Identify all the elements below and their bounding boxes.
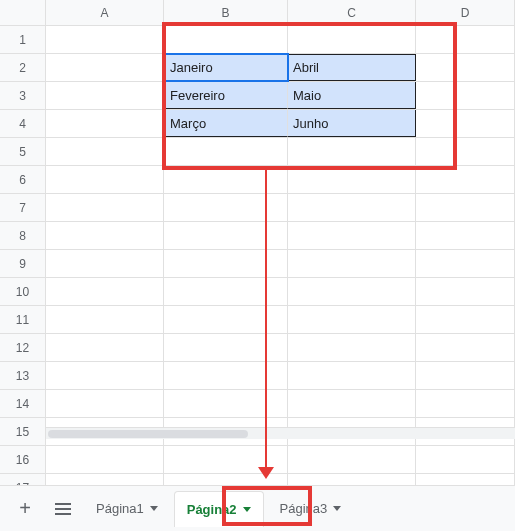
cell-D4[interactable]: [416, 110, 515, 137]
row-header-10[interactable]: 10: [0, 278, 46, 305]
row-header-6[interactable]: 6: [0, 166, 46, 193]
add-sheet-button[interactable]: +: [8, 492, 42, 526]
row-header-8[interactable]: 8: [0, 222, 46, 249]
annotation-arrow-line: [265, 170, 267, 470]
cell-B2[interactable]: Janeiro: [164, 54, 288, 81]
cell-A16[interactable]: [46, 446, 164, 473]
cell-A9[interactable]: [46, 250, 164, 277]
scrollbar-thumb[interactable]: [48, 430, 248, 438]
select-all-corner[interactable]: [0, 0, 46, 25]
cell-A1[interactable]: [46, 26, 164, 53]
cell-A4[interactable]: [46, 110, 164, 137]
cell-C11[interactable]: [288, 306, 416, 333]
col-header-B[interactable]: B: [164, 0, 288, 25]
cell-D14[interactable]: [416, 390, 515, 417]
sheet-tab-label: Página1: [96, 501, 144, 516]
horizontal-scrollbar[interactable]: [46, 427, 515, 439]
cell-D2[interactable]: [416, 54, 515, 81]
cell-C16[interactable]: [288, 446, 416, 473]
cell-B7[interactable]: [164, 194, 288, 221]
row-header-13[interactable]: 13: [0, 362, 46, 389]
cell-D8[interactable]: [416, 222, 515, 249]
cell-B1[interactable]: [164, 26, 288, 53]
chevron-down-icon: [243, 507, 251, 512]
cell-C10[interactable]: [288, 278, 416, 305]
sheet-tabbar: + Página1 Página2 Página3: [0, 485, 515, 531]
cell-A7[interactable]: [46, 194, 164, 221]
cell-C9[interactable]: [288, 250, 416, 277]
cell-B13[interactable]: [164, 362, 288, 389]
row-header-2[interactable]: 2: [0, 54, 46, 81]
cell-D6[interactable]: [416, 166, 515, 193]
cell-B5[interactable]: [164, 138, 288, 165]
cell-D11[interactable]: [416, 306, 515, 333]
cell-C13[interactable]: [288, 362, 416, 389]
cell-A13[interactable]: [46, 362, 164, 389]
cell-A8[interactable]: [46, 222, 164, 249]
cell-C7[interactable]: [288, 194, 416, 221]
cell-C4[interactable]: Junho: [288, 110, 416, 137]
cell-D9[interactable]: [416, 250, 515, 277]
cell-C12[interactable]: [288, 334, 416, 361]
column-headers: A B C D: [0, 0, 515, 26]
row-header-3[interactable]: 3: [0, 82, 46, 109]
cell-D3[interactable]: [416, 82, 515, 109]
cell-B4[interactable]: Março: [164, 110, 288, 137]
cell-D16[interactable]: [416, 446, 515, 473]
annotation-arrow-head: [258, 467, 274, 479]
row-header-9[interactable]: 9: [0, 250, 46, 277]
plus-icon: +: [19, 497, 31, 520]
menu-icon: [55, 503, 71, 515]
row-header-7[interactable]: 7: [0, 194, 46, 221]
cell-A14[interactable]: [46, 390, 164, 417]
cell-B6[interactable]: [164, 166, 288, 193]
cell-B12[interactable]: [164, 334, 288, 361]
row-header-14[interactable]: 14: [0, 390, 46, 417]
col-header-A[interactable]: A: [46, 0, 164, 25]
cell-D7[interactable]: [416, 194, 515, 221]
cell-D12[interactable]: [416, 334, 515, 361]
cell-C6[interactable]: [288, 166, 416, 193]
cell-B14[interactable]: [164, 390, 288, 417]
row-header-12[interactable]: 12: [0, 334, 46, 361]
cell-C2[interactable]: Abril: [288, 54, 416, 81]
row-header-15[interactable]: 15: [0, 418, 46, 445]
chevron-down-icon: [150, 506, 158, 511]
cell-C14[interactable]: [288, 390, 416, 417]
spreadsheet-grid[interactable]: A B C D 1 2 Janeiro Abril 3 Fevereiro Ma…: [0, 0, 515, 485]
row-header-1[interactable]: 1: [0, 26, 46, 53]
cell-A12[interactable]: [46, 334, 164, 361]
row-header-5[interactable]: 5: [0, 138, 46, 165]
sheet-tab-1[interactable]: Página1: [84, 491, 170, 527]
cell-B10[interactable]: [164, 278, 288, 305]
cell-B9[interactable]: [164, 250, 288, 277]
cell-A3[interactable]: [46, 82, 164, 109]
cell-A11[interactable]: [46, 306, 164, 333]
cell-C5[interactable]: [288, 138, 416, 165]
sheet-tab-3[interactable]: Página3: [268, 491, 354, 527]
row-header-11[interactable]: 11: [0, 306, 46, 333]
cell-B11[interactable]: [164, 306, 288, 333]
cell-B8[interactable]: [164, 222, 288, 249]
cell-D10[interactable]: [416, 278, 515, 305]
row-header-16[interactable]: 16: [0, 446, 46, 473]
cell-D5[interactable]: [416, 138, 515, 165]
sheet-tab-label: Página2: [187, 502, 237, 517]
cell-A5[interactable]: [46, 138, 164, 165]
cell-D1[interactable]: [416, 26, 515, 53]
row-header-4[interactable]: 4: [0, 110, 46, 137]
cell-A10[interactable]: [46, 278, 164, 305]
cell-B3[interactable]: Fevereiro: [164, 82, 288, 109]
sheet-tab-2[interactable]: Página2: [174, 491, 264, 527]
cell-C3[interactable]: Maio: [288, 82, 416, 109]
all-sheets-button[interactable]: [46, 492, 80, 526]
cell-A6[interactable]: [46, 166, 164, 193]
cell-C8[interactable]: [288, 222, 416, 249]
cell-D13[interactable]: [416, 362, 515, 389]
col-header-C[interactable]: C: [288, 0, 416, 25]
chevron-down-icon: [333, 506, 341, 511]
cell-A2[interactable]: [46, 54, 164, 81]
col-header-D[interactable]: D: [416, 0, 515, 25]
cell-C1[interactable]: [288, 26, 416, 53]
sheet-tab-label: Página3: [280, 501, 328, 516]
